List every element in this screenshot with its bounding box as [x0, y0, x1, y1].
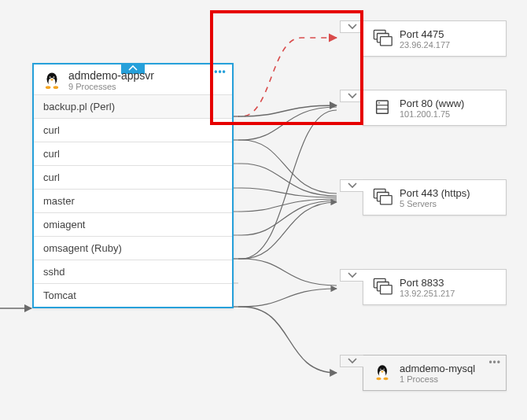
target-title: admdemo-mysql — [400, 363, 475, 374]
source-header[interactable]: admdemo-appsvr 9 Processes — [34, 64, 232, 94]
process-item[interactable]: curl — [34, 118, 232, 142]
process-item[interactable]: backup.pl (Perl) — [34, 94, 232, 118]
process-list: backup.pl (Perl)curlcurlcurlmasteromiage… — [34, 94, 232, 307]
svg-point-36 — [377, 378, 381, 380]
target-subtitle: 5 Servers — [400, 199, 470, 208]
svg-point-14 — [53, 77, 54, 78]
expand-button[interactable] — [340, 355, 363, 367]
servers-stack-icon — [371, 28, 393, 50]
svg-rect-26 — [381, 196, 392, 204]
process-item[interactable]: sshd — [34, 260, 232, 283]
target-subtitle: 101.200.1.75 — [400, 109, 464, 119]
svg-rect-19 — [381, 37, 392, 46]
target-title: Port 8833 — [400, 277, 455, 289]
process-item[interactable]: omsagent (Ruby) — [34, 236, 232, 260]
expand-button[interactable] — [340, 269, 363, 282]
target-title: Port 443 (https) — [400, 187, 470, 199]
source-title: admdemo-appsvr — [68, 69, 154, 82]
target-subtitle: 23.96.24.177 — [400, 40, 450, 50]
svg-rect-20 — [377, 101, 389, 113]
svg-point-15 — [46, 86, 51, 89]
target-title: Port 4475 — [400, 28, 450, 40]
process-item[interactable]: curl — [34, 165, 232, 189]
target-node[interactable]: •••admdemo-mysql1 Process — [363, 355, 507, 391]
servers-stack-icon — [371, 186, 393, 208]
servers-stack-icon — [371, 276, 393, 298]
target-subtitle: 1 Process — [400, 374, 475, 384]
target-node[interactable]: Port 883313.92.251.217 — [363, 269, 507, 305]
source-node[interactable]: ••• admdemo-appsvr 9 Processes backup.pl… — [32, 63, 234, 308]
process-item[interactable]: master — [34, 189, 232, 212]
target-node[interactable]: Port 80 (www)101.200.1.75 — [363, 90, 507, 126]
process-item[interactable]: curl — [34, 142, 232, 165]
server-single-icon — [371, 97, 393, 119]
svg-point-23 — [378, 102, 380, 104]
more-menu-icon[interactable]: ••• — [488, 357, 501, 368]
target-node[interactable]: Port 447523.96.24.177 — [363, 20, 507, 57]
expand-button[interactable] — [340, 90, 363, 102]
svg-point-13 — [50, 77, 50, 78]
svg-rect-29 — [381, 286, 392, 294]
process-item[interactable]: omiagent — [34, 212, 232, 236]
source-subtitle: 9 Processes — [68, 82, 154, 91]
expand-button[interactable] — [340, 20, 363, 33]
svg-point-34 — [380, 369, 381, 370]
process-item[interactable]: Tomcat — [34, 283, 232, 307]
target-node[interactable]: Port 443 (https)5 Servers — [363, 179, 507, 216]
linux-penguin-icon — [42, 71, 62, 91]
svg-point-16 — [53, 86, 59, 89]
target-subtitle: 13.92.251.217 — [400, 289, 455, 298]
svg-point-35 — [384, 369, 385, 370]
svg-point-37 — [384, 378, 389, 380]
target-title: Port 80 (www) — [400, 98, 464, 109]
expand-button[interactable] — [340, 179, 363, 192]
linux-penguin-icon — [371, 362, 393, 384]
